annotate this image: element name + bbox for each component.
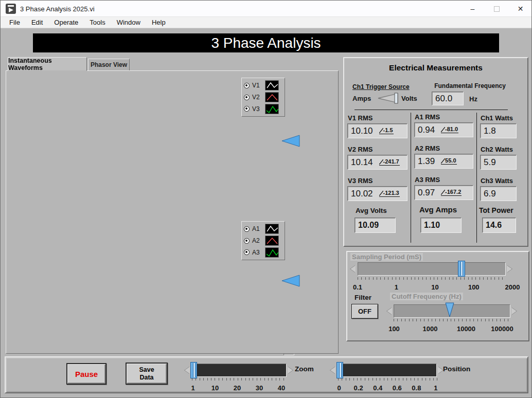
a3-line-sample-icon[interactable] [265, 247, 279, 258]
legend-label: V1 [252, 82, 262, 89]
v3-rms-value: 10.02 -121.3 [347, 186, 407, 201]
position-slider[interactable] [338, 364, 437, 377]
close-button[interactable]: ✕ [509, 1, 532, 17]
tot-power-value: 14.6 [482, 218, 516, 233]
v2-rms-value: 10.14 -241.7 [347, 155, 407, 170]
minimize-button[interactable]: – [461, 1, 484, 17]
tab-phasor-view[interactable]: Phasor View [88, 59, 130, 71]
position-tick-ruler [338, 378, 437, 381]
v2-radio-icon[interactable] [244, 95, 250, 100]
sampling-slider[interactable] [358, 262, 506, 276]
sampling-period-label: Sampling Period (mS) [350, 253, 423, 261]
v1-line-sample-icon[interactable] [265, 80, 279, 91]
avg-amps-value: 1.10 [420, 218, 462, 233]
zoom-tick-ruler [192, 378, 287, 381]
a3-rms-label: A3 RMS [415, 176, 440, 184]
v3-line-sample-icon[interactable] [265, 104, 279, 114]
a2-line-sample-icon[interactable] [265, 236, 279, 246]
ch3-watts-value: 6.9 [480, 186, 517, 201]
zoom-label: Zoom [295, 365, 314, 373]
legend-item-v2: V2 [244, 92, 282, 103]
zoom-left-arrow-icon[interactable] [185, 367, 190, 374]
frequency-unit-label: Hz [469, 95, 477, 103]
measurements-title: Electrical Measurements [343, 63, 528, 73]
position-right-arrow-icon[interactable] [438, 367, 443, 374]
a2-radio-icon[interactable] [244, 238, 250, 244]
cutoff-handle-icon[interactable] [445, 302, 454, 318]
fundamental-frequency-field[interactable]: 60.0 [432, 92, 464, 105]
v3-rms-label: V3 RMS [348, 177, 373, 185]
pause-button[interactable]: Pause [66, 363, 107, 385]
v1-rms-label: V1 RMS [348, 114, 373, 122]
cutoff-frequency-label: Cutoff Frequency (Hz) [390, 293, 463, 300]
a1-rms-label: A1 RMS [415, 113, 440, 121]
avg-volts-label: Avg Volts [356, 207, 387, 214]
app-window: 3 Phase Analysis 2025.vi – ✕ FileEditOpe… [0, 0, 532, 398]
a2-rms-label: A2 RMS [415, 144, 440, 152]
title-bar: 3 Phase Analysis 2025.vi – ✕ [1, 1, 532, 17]
legend-label: V3 [252, 105, 262, 113]
menu-item[interactable]: File [5, 17, 25, 27]
ch1-watts-value: 1.8 [480, 123, 517, 138]
zoom-slider[interactable] [192, 364, 287, 377]
ch2-watts-value: 5.9 [480, 155, 517, 170]
ch2-watts-label: Ch2 Watts [481, 146, 513, 153]
tot-power-label: Tot Power [479, 206, 513, 214]
fundamental-frequency-label: Fundamental Frequency [420, 82, 520, 89]
a1-rms-value: 0.94 -81.0 [414, 122, 473, 137]
zoom-handle[interactable] [190, 362, 197, 378]
menu-item[interactable]: Help [147, 17, 170, 27]
legend-label: A1 [252, 225, 262, 232]
sampling-left-arrow-icon[interactable] [350, 265, 356, 273]
ch1-trigger-source-label: Ch1 Trigger Source [352, 83, 410, 91]
v1-rms-value: 10.10 -1.5 [347, 123, 407, 138]
a1-line-sample-icon[interactable] [265, 224, 279, 234]
position-handle[interactable] [336, 362, 343, 378]
sampling-tick-ruler [358, 277, 506, 280]
zoom-right-arrow-icon[interactable] [288, 367, 293, 374]
page-title: 3 Phase Analysis [211, 35, 321, 51]
v1-radio-icon[interactable] [244, 83, 250, 88]
banner: 3 Phase Analysis [33, 33, 499, 52]
cutoff-tick-ruler [394, 319, 510, 321]
menu-bar: FileEditOperateToolsWindowHelp [1, 17, 532, 28]
current-trigger-cursor-icon[interactable] [281, 274, 300, 287]
cutoff-right-arrow-icon[interactable] [511, 307, 517, 315]
avg-volts-value: 10.09 [354, 218, 396, 233]
trigger-source-switch-icon[interactable] [375, 92, 399, 104]
legend-item-v1: V1 [244, 80, 282, 92]
ch3-watts-label: Ch3 Watts [481, 177, 513, 185]
angle-icon: -167.2 [441, 189, 462, 196]
sampling-handle[interactable] [458, 261, 465, 277]
divider [354, 110, 508, 110]
angle-icon: -81.0 [441, 126, 458, 133]
filter-button[interactable]: OFF [351, 304, 378, 319]
sampling-right-arrow-icon[interactable] [507, 265, 512, 273]
menu-item[interactable]: Operate [49, 17, 83, 27]
menu-item[interactable]: Tools [85, 17, 110, 27]
trigger-source-volts-label: Volts [401, 95, 417, 102]
save-data-button[interactable]: Save Data [126, 363, 168, 385]
voltage-trigger-cursor-icon[interactable] [281, 134, 300, 148]
maximize-button[interactable] [485, 1, 508, 17]
window-title: 3 Phase Analysis 2025.vi [20, 5, 95, 13]
legend-item-a1: A1 [244, 223, 282, 235]
position-left-arrow-icon[interactable] [330, 367, 335, 374]
v2-line-sample-icon[interactable] [265, 92, 279, 102]
divider [476, 113, 477, 243]
tab-instantaneous-waveforms[interactable]: Instantaneous Waveforms [8, 57, 87, 71]
menu-item[interactable]: Edit [27, 17, 47, 27]
tab-page [6, 70, 339, 354]
ch1-watts-label: Ch1 Watts [481, 114, 513, 122]
v3-radio-icon[interactable] [244, 106, 250, 112]
trigger-source-amps-label: Amps [352, 95, 371, 102]
legend-label: A3 [252, 249, 262, 256]
a3-radio-icon[interactable] [244, 249, 250, 255]
cutoff-left-arrow-icon[interactable] [387, 307, 392, 315]
v2-rms-label: V2 RMS [348, 146, 373, 153]
legend-item-a2: A2 [244, 235, 282, 247]
filter-label: Filter [354, 294, 371, 301]
a3-rms-value: 0.97 -167.2 [414, 185, 473, 200]
a1-radio-icon[interactable] [244, 226, 250, 232]
menu-item[interactable]: Window [112, 17, 145, 27]
